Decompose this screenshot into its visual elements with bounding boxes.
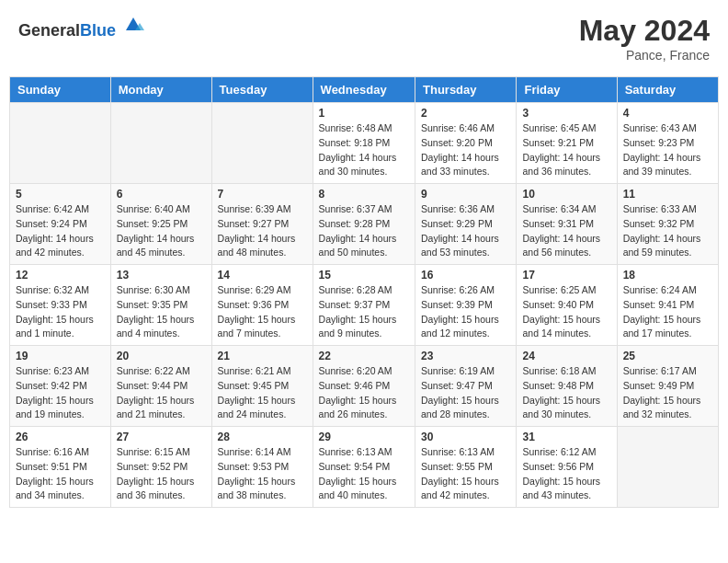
calendar-cell: 10Sunrise: 6:34 AMSunset: 9:31 PMDayligh… bbox=[517, 184, 617, 265]
day-number: 19 bbox=[16, 350, 105, 362]
day-number: 26 bbox=[16, 431, 105, 443]
day-info: Sunrise: 6:45 AMSunset: 9:21 PMDaylight:… bbox=[522, 121, 610, 179]
weekday-header: Wednesday bbox=[313, 77, 415, 103]
calendar-cell bbox=[211, 103, 313, 184]
day-number: 2 bbox=[421, 107, 510, 120]
day-number: 3 bbox=[522, 107, 610, 120]
calendar-cell: 9Sunrise: 6:36 AMSunset: 9:29 PMDaylight… bbox=[415, 184, 517, 265]
day-info: Sunrise: 6:40 AMSunset: 9:25 PMDaylight:… bbox=[117, 202, 206, 260]
calendar-cell: 7Sunrise: 6:39 AMSunset: 9:27 PMDaylight… bbox=[211, 184, 313, 265]
day-info: Sunrise: 6:24 AMSunset: 9:41 PMDaylight:… bbox=[623, 283, 712, 341]
day-number: 10 bbox=[522, 188, 610, 201]
day-info: Sunrise: 6:26 AMSunset: 9:39 PMDaylight:… bbox=[421, 283, 510, 341]
calendar-week-row: 12Sunrise: 6:32 AMSunset: 9:33 PMDayligh… bbox=[10, 265, 719, 346]
calendar-cell: 27Sunrise: 6:15 AMSunset: 9:52 PMDayligh… bbox=[110, 427, 211, 508]
page-header: GeneralBlue May 2024 Pance, France bbox=[9, 9, 719, 67]
day-number: 27 bbox=[117, 431, 206, 443]
calendar-cell: 4Sunrise: 6:43 AMSunset: 9:23 PMDaylight… bbox=[617, 103, 718, 184]
calendar-cell: 8Sunrise: 6:37 AMSunset: 9:28 PMDaylight… bbox=[313, 184, 415, 265]
calendar-cell: 12Sunrise: 6:32 AMSunset: 9:33 PMDayligh… bbox=[10, 265, 111, 346]
day-number: 8 bbox=[319, 188, 409, 201]
logo-general: General bbox=[18, 21, 80, 40]
logo: GeneralBlue bbox=[18, 14, 144, 40]
calendar-cell: 6Sunrise: 6:40 AMSunset: 9:25 PMDaylight… bbox=[110, 184, 211, 265]
logo-blue: Blue bbox=[80, 21, 116, 40]
calendar-cell: 11Sunrise: 6:33 AMSunset: 9:32 PMDayligh… bbox=[617, 184, 718, 265]
day-info: Sunrise: 6:37 AMSunset: 9:28 PMDaylight:… bbox=[319, 202, 409, 260]
day-info: Sunrise: 6:34 AMSunset: 9:31 PMDaylight:… bbox=[522, 202, 610, 260]
calendar-cell: 17Sunrise: 6:25 AMSunset: 9:40 PMDayligh… bbox=[517, 265, 617, 346]
day-info: Sunrise: 6:22 AMSunset: 9:44 PMDaylight:… bbox=[117, 364, 206, 422]
location: Pance, France bbox=[579, 48, 710, 63]
weekday-header: Monday bbox=[110, 77, 211, 103]
day-info: Sunrise: 6:43 AMSunset: 9:23 PMDaylight:… bbox=[623, 121, 712, 179]
day-number: 18 bbox=[623, 269, 712, 282]
day-number: 5 bbox=[16, 188, 105, 201]
calendar-cell bbox=[10, 103, 111, 184]
calendar-week-row: 19Sunrise: 6:23 AMSunset: 9:42 PMDayligh… bbox=[10, 346, 719, 427]
day-number: 28 bbox=[218, 431, 307, 443]
calendar-cell: 1Sunrise: 6:48 AMSunset: 9:18 PMDaylight… bbox=[313, 103, 415, 184]
day-info: Sunrise: 6:30 AMSunset: 9:35 PMDaylight:… bbox=[117, 283, 206, 341]
calendar-cell: 28Sunrise: 6:14 AMSunset: 9:53 PMDayligh… bbox=[211, 427, 313, 508]
weekday-header: Saturday bbox=[617, 77, 718, 103]
day-number: 1 bbox=[319, 107, 409, 120]
day-number: 25 bbox=[623, 350, 712, 362]
calendar-cell: 22Sunrise: 6:20 AMSunset: 9:46 PMDayligh… bbox=[313, 346, 415, 427]
day-info: Sunrise: 6:33 AMSunset: 9:32 PMDaylight:… bbox=[623, 202, 712, 260]
calendar-cell: 20Sunrise: 6:22 AMSunset: 9:44 PMDayligh… bbox=[110, 346, 211, 427]
logo-icon bbox=[122, 14, 144, 36]
calendar-cell: 16Sunrise: 6:26 AMSunset: 9:39 PMDayligh… bbox=[415, 265, 517, 346]
day-info: Sunrise: 6:14 AMSunset: 9:53 PMDaylight:… bbox=[218, 445, 307, 503]
day-info: Sunrise: 6:48 AMSunset: 9:18 PMDaylight:… bbox=[319, 121, 409, 179]
day-info: Sunrise: 6:28 AMSunset: 9:37 PMDaylight:… bbox=[319, 283, 409, 341]
day-number: 14 bbox=[218, 269, 307, 282]
weekday-header: Sunday bbox=[10, 77, 111, 103]
day-number: 29 bbox=[319, 431, 409, 443]
day-number: 12 bbox=[16, 269, 105, 282]
day-info: Sunrise: 6:20 AMSunset: 9:46 PMDaylight:… bbox=[319, 364, 409, 422]
calendar-cell: 24Sunrise: 6:18 AMSunset: 9:48 PMDayligh… bbox=[517, 346, 617, 427]
day-number: 16 bbox=[421, 269, 510, 282]
day-number: 22 bbox=[319, 350, 409, 362]
day-info: Sunrise: 6:12 AMSunset: 9:56 PMDaylight:… bbox=[522, 445, 610, 503]
day-number: 6 bbox=[117, 188, 206, 201]
calendar-cell: 13Sunrise: 6:30 AMSunset: 9:35 PMDayligh… bbox=[110, 265, 211, 346]
month-title: May 2024 bbox=[579, 14, 710, 48]
day-number: 21 bbox=[218, 350, 307, 362]
day-number: 9 bbox=[421, 188, 510, 201]
calendar-cell bbox=[110, 103, 211, 184]
calendar-cell: 29Sunrise: 6:13 AMSunset: 9:54 PMDayligh… bbox=[313, 427, 415, 508]
day-info: Sunrise: 6:13 AMSunset: 9:54 PMDaylight:… bbox=[319, 445, 409, 503]
day-info: Sunrise: 6:42 AMSunset: 9:24 PMDaylight:… bbox=[16, 202, 105, 260]
day-info: Sunrise: 6:32 AMSunset: 9:33 PMDaylight:… bbox=[16, 283, 105, 341]
day-number: 15 bbox=[319, 269, 409, 282]
day-info: Sunrise: 6:29 AMSunset: 9:36 PMDaylight:… bbox=[218, 283, 307, 341]
weekday-header: Thursday bbox=[415, 77, 517, 103]
calendar-cell: 21Sunrise: 6:21 AMSunset: 9:45 PMDayligh… bbox=[211, 346, 313, 427]
weekday-header-row: SundayMondayTuesdayWednesdayThursdayFrid… bbox=[10, 77, 719, 103]
day-number: 17 bbox=[522, 269, 610, 282]
calendar-week-row: 26Sunrise: 6:16 AMSunset: 9:51 PMDayligh… bbox=[10, 427, 719, 508]
calendar-week-row: 1Sunrise: 6:48 AMSunset: 9:18 PMDaylight… bbox=[10, 103, 719, 184]
day-number: 23 bbox=[421, 350, 510, 362]
calendar-cell: 25Sunrise: 6:17 AMSunset: 9:49 PMDayligh… bbox=[617, 346, 718, 427]
calendar-cell: 23Sunrise: 6:19 AMSunset: 9:47 PMDayligh… bbox=[415, 346, 517, 427]
day-info: Sunrise: 6:39 AMSunset: 9:27 PMDaylight:… bbox=[218, 202, 307, 260]
calendar-cell: 18Sunrise: 6:24 AMSunset: 9:41 PMDayligh… bbox=[617, 265, 718, 346]
calendar-week-row: 5Sunrise: 6:42 AMSunset: 9:24 PMDaylight… bbox=[10, 184, 719, 265]
day-info: Sunrise: 6:21 AMSunset: 9:45 PMDaylight:… bbox=[218, 364, 307, 422]
day-info: Sunrise: 6:18 AMSunset: 9:48 PMDaylight:… bbox=[522, 364, 610, 422]
day-number: 24 bbox=[522, 350, 610, 362]
day-info: Sunrise: 6:17 AMSunset: 9:49 PMDaylight:… bbox=[623, 364, 712, 422]
day-info: Sunrise: 6:15 AMSunset: 9:52 PMDaylight:… bbox=[117, 445, 206, 503]
day-info: Sunrise: 6:19 AMSunset: 9:47 PMDaylight:… bbox=[421, 364, 510, 422]
calendar-cell bbox=[617, 427, 718, 508]
calendar-cell: 14Sunrise: 6:29 AMSunset: 9:36 PMDayligh… bbox=[211, 265, 313, 346]
calendar-cell: 31Sunrise: 6:12 AMSunset: 9:56 PMDayligh… bbox=[517, 427, 617, 508]
calendar-cell: 3Sunrise: 6:45 AMSunset: 9:21 PMDaylight… bbox=[517, 103, 617, 184]
day-info: Sunrise: 6:46 AMSunset: 9:20 PMDaylight:… bbox=[421, 121, 510, 179]
day-number: 7 bbox=[218, 188, 307, 201]
calendar-cell: 15Sunrise: 6:28 AMSunset: 9:37 PMDayligh… bbox=[313, 265, 415, 346]
day-info: Sunrise: 6:36 AMSunset: 9:29 PMDaylight:… bbox=[421, 202, 510, 260]
